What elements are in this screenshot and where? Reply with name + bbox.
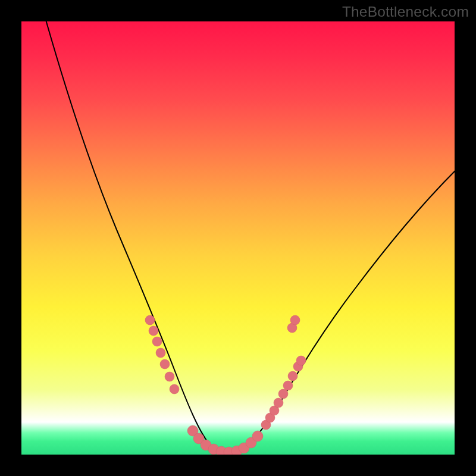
sample-marker bbox=[296, 356, 306, 365]
sample-marker bbox=[288, 371, 298, 381]
sample-marker bbox=[283, 381, 293, 390]
sample-marker bbox=[170, 384, 179, 394]
sample-marker bbox=[274, 398, 283, 408]
sample-marker bbox=[252, 431, 263, 441]
sample-marker bbox=[156, 348, 165, 358]
chart-frame: TheBottleneck.com bbox=[0, 0, 476, 476]
curve-layer bbox=[21, 21, 455, 455]
plot-area bbox=[21, 21, 455, 455]
sample-marker bbox=[278, 389, 288, 399]
sample-marker bbox=[165, 372, 174, 381]
sample-marker bbox=[160, 359, 170, 369]
sample-marker bbox=[149, 326, 158, 336]
sample-marker bbox=[290, 315, 300, 325]
sample-marker bbox=[145, 315, 155, 325]
bottleneck-curve bbox=[43, 21, 455, 452]
sample-marker bbox=[152, 337, 162, 346]
watermark-text: TheBottleneck.com bbox=[342, 4, 469, 20]
